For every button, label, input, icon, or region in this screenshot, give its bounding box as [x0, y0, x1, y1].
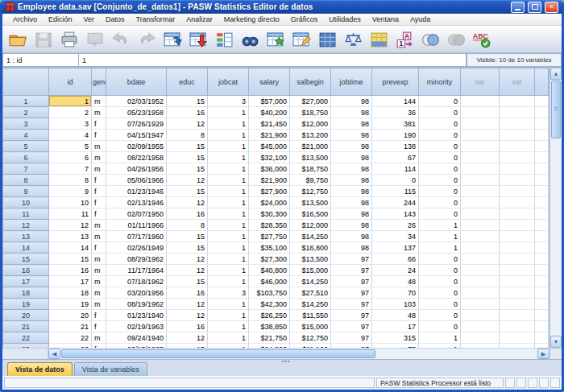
- find-icon[interactable]: [238, 28, 262, 51]
- row-header-4[interactable]: 4: [3, 130, 49, 141]
- data-cell[interactable]: [461, 107, 500, 118]
- data-cell[interactable]: m: [92, 107, 106, 118]
- insert-variable-icon[interactable]: [289, 28, 313, 51]
- data-cell[interactable]: [461, 310, 500, 321]
- data-cell[interactable]: 1: [208, 276, 249, 287]
- data-cell[interactable]: m: [92, 220, 106, 231]
- data-cell[interactable]: 02/13/1946: [106, 197, 167, 208]
- data-cell[interactable]: f: [92, 344, 106, 349]
- data-cell[interactable]: 1: [208, 254, 249, 265]
- data-cell[interactable]: [500, 310, 535, 321]
- data-cell[interactable]: 07/26/1929: [106, 118, 167, 130]
- data-cell[interactable]: $12,000: [290, 118, 331, 130]
- data-cell[interactable]: f: [92, 321, 106, 332]
- data-cell[interactable]: [500, 163, 535, 175]
- data-cell[interactable]: $16,800: [290, 242, 331, 254]
- data-cell[interactable]: 08/19/1962: [106, 299, 167, 310]
- data-cell[interactable]: 16: [167, 287, 208, 299]
- data-cell[interactable]: 1: [208, 186, 249, 197]
- data-cell[interactable]: 15: [167, 163, 208, 175]
- data-cell[interactable]: $12,750: [290, 186, 331, 197]
- data-cell[interactable]: 0: [419, 299, 461, 310]
- data-cell[interactable]: 16: [49, 265, 92, 276]
- data-cell[interactable]: [461, 130, 500, 141]
- data-cell[interactable]: 1: [208, 332, 249, 344]
- data-cell[interactable]: 98: [331, 242, 372, 254]
- data-cell[interactable]: 01/11/1966: [106, 220, 167, 231]
- row-header-22[interactable]: 22: [3, 332, 49, 344]
- data-cell[interactable]: 1: [208, 231, 249, 242]
- data-cell[interactable]: 15: [167, 276, 208, 287]
- data-cell[interactable]: 1: [419, 242, 461, 254]
- data-cell[interactable]: 9: [49, 186, 92, 197]
- data-cell[interactable]: m: [92, 231, 106, 242]
- data-cell[interactable]: $21,900: [249, 130, 290, 141]
- data-cell[interactable]: 1: [208, 197, 249, 208]
- column-header-var[interactable]: var: [500, 68, 535, 96]
- data-cell[interactable]: 0: [419, 130, 461, 141]
- data-cell[interactable]: [461, 332, 500, 344]
- menu-item-ayuda[interactable]: Ayuda: [404, 14, 436, 24]
- data-cell[interactable]: 138: [372, 141, 419, 152]
- data-cell[interactable]: [461, 163, 500, 175]
- data-cell[interactable]: f: [92, 197, 106, 208]
- data-cell[interactable]: 97: [331, 265, 372, 276]
- column-header-salary[interactable]: salary: [249, 68, 290, 96]
- goto-variable-icon[interactable]: [186, 28, 210, 51]
- data-cell[interactable]: 13: [49, 231, 92, 242]
- data-cell[interactable]: 1: [208, 130, 249, 141]
- print-icon[interactable]: [57, 28, 81, 51]
- data-cell[interactable]: 04/15/1947: [106, 130, 167, 141]
- data-cell[interactable]: $15,000: [290, 321, 331, 332]
- data-cell[interactable]: [535, 254, 549, 265]
- scroll-right-icon[interactable]: ▶: [537, 349, 549, 359]
- data-cell[interactable]: 08/22/1958: [106, 152, 167, 163]
- horizontal-scroll-track[interactable]: [376, 349, 537, 359]
- data-cell[interactable]: 1: [208, 118, 249, 130]
- data-cell[interactable]: 16: [167, 321, 208, 332]
- variables-icon[interactable]: [212, 28, 236, 51]
- data-cell[interactable]: f: [92, 175, 106, 186]
- data-cell[interactable]: 02/09/1955: [106, 141, 167, 152]
- select-cases-icon[interactable]: [367, 28, 391, 51]
- data-cell[interactable]: 3: [208, 287, 249, 299]
- data-cell[interactable]: 103: [372, 299, 419, 310]
- data-cell[interactable]: 36: [372, 107, 419, 118]
- data-cell[interactable]: [500, 220, 535, 231]
- row-header-1[interactable]: 1: [3, 96, 49, 107]
- data-cell[interactable]: [535, 299, 549, 310]
- horizontal-scroll-thumb[interactable]: [61, 349, 375, 358]
- data-cell[interactable]: $27,300: [249, 254, 290, 265]
- menu-item-gráficos[interactable]: Gráficos: [285, 14, 324, 24]
- data-cell[interactable]: [461, 220, 500, 231]
- data-cell[interactable]: [500, 141, 535, 152]
- data-cell[interactable]: [535, 197, 549, 208]
- data-cell[interactable]: 143: [372, 208, 419, 220]
- menu-item-ventana[interactable]: Ventana: [367, 14, 404, 24]
- data-cell[interactable]: $35,100: [249, 242, 290, 254]
- data-cell[interactable]: [535, 332, 549, 344]
- data-cell[interactable]: 09/24/1940: [106, 332, 167, 344]
- data-cell[interactable]: 8: [49, 175, 92, 186]
- data-cell[interactable]: 0: [419, 118, 461, 130]
- data-cell[interactable]: 2: [49, 107, 92, 118]
- data-cell[interactable]: $21,000: [290, 141, 331, 152]
- row-header-9[interactable]: 9: [3, 186, 49, 197]
- data-cell[interactable]: 115: [372, 186, 419, 197]
- insert-cases-icon[interactable]: [263, 28, 288, 51]
- menu-item-marketing-directo[interactable]: Marketing directo: [218, 14, 285, 24]
- data-cell[interactable]: [461, 152, 500, 163]
- data-cell[interactable]: $103,750: [249, 287, 290, 299]
- column-header-prevexp[interactable]: prevexp: [372, 68, 419, 96]
- data-cell[interactable]: 18: [49, 287, 92, 299]
- data-cell[interactable]: 07/18/1962: [106, 276, 167, 287]
- data-cell[interactable]: $36,000: [249, 163, 290, 175]
- column-header-salbegin[interactable]: salbegin: [290, 68, 331, 96]
- data-cell[interactable]: 8: [167, 130, 208, 141]
- data-cell[interactable]: 98: [331, 197, 372, 208]
- data-cell[interactable]: 98: [331, 107, 372, 118]
- data-cell[interactable]: $18,750: [290, 163, 331, 175]
- data-cell[interactable]: $13,200: [290, 130, 331, 141]
- data-cell[interactable]: 0: [419, 265, 461, 276]
- data-cell[interactable]: 05/06/1966: [106, 175, 167, 186]
